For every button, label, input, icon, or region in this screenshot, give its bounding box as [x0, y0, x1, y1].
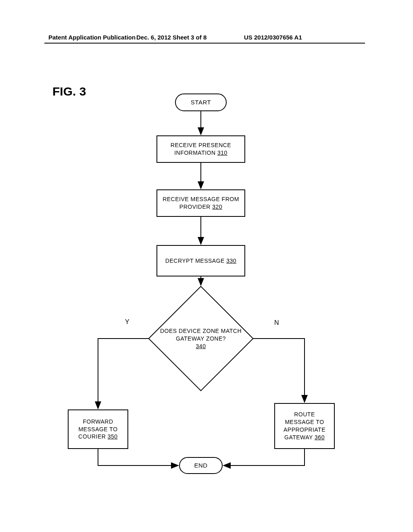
step-320: RECEIVE MESSAGE FROM PROVIDER 320: [156, 189, 245, 217]
step-310-ref: 310: [217, 150, 227, 156]
header-center: Dec. 6, 2012 Sheet 3 of 8: [136, 34, 206, 41]
step-350-ref: 350: [108, 433, 118, 440]
step-320-ref: 320: [212, 204, 222, 210]
start-text: START: [191, 98, 211, 106]
step-310-line2: INFORMATION: [174, 150, 217, 156]
decision-ref: 340: [196, 343, 206, 349]
edge-yes-label: Y: [125, 318, 129, 326]
step-320-line1: RECEIVE MESSAGE FROM: [163, 196, 239, 202]
decision-text: DOES DEVICE ZONE MATCH GATEWAY ZONE? 340: [156, 327, 245, 350]
header-left: Patent Application Publication: [48, 34, 136, 41]
step-320-line2: PROVIDER: [179, 204, 213, 210]
step-330-line1: DECRYPT MESSAGE: [165, 258, 226, 264]
step-330-ref: 330: [226, 258, 236, 264]
step-360-line1: ROUTE: [294, 411, 315, 418]
step-360-line4: GATEWAY: [284, 434, 315, 441]
step-310-line1: RECEIVE PRESENCE: [171, 142, 231, 148]
step-330: DECRYPT MESSAGE 330: [156, 245, 245, 276]
decision-line1: DOES DEVICE ZONE MATCH: [160, 328, 242, 334]
step-350-line3: COURIER: [78, 433, 107, 440]
header-right: US 2012/0307656 A1: [244, 34, 302, 41]
decision-line2: GATEWAY ZONE?: [176, 335, 226, 342]
step-360-line3: APPROPRIATE: [284, 426, 325, 433]
page: Patent Application Publication Dec. 6, 2…: [0, 0, 413, 532]
end-node: END: [179, 457, 223, 474]
step-310: RECEIVE PRESENCE INFORMATION 310: [156, 135, 245, 163]
start-node: START: [175, 94, 227, 111]
header-rule: [44, 43, 365, 44]
step-360-ref: 360: [315, 434, 325, 441]
step-360: ROUTE MESSAGE TO APPROPRIATE GATEWAY 360: [274, 403, 335, 449]
end-text: END: [194, 461, 207, 470]
step-350-line2: MESSAGE TO: [78, 426, 117, 432]
edge-no-label: N: [274, 319, 279, 326]
figure-label: FIG. 3: [52, 85, 86, 98]
step-350: FORWARD MESSAGE TO COURIER 350: [68, 409, 128, 449]
step-360-line2: MESSAGE TO: [285, 419, 324, 425]
step-350-line1: FORWARD: [83, 418, 113, 425]
